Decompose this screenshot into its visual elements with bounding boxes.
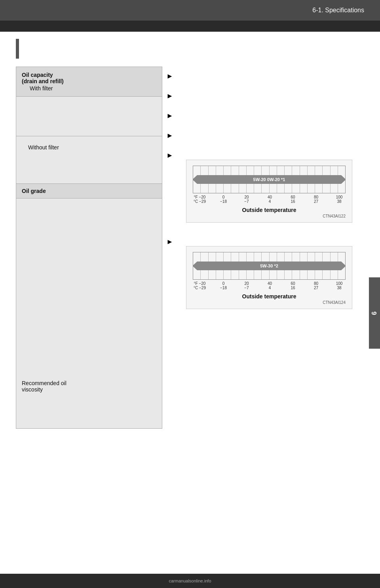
axis-c: 4 [269, 286, 271, 290]
axis-c: 27 [314, 286, 318, 290]
bottom-bar: carmanualsonline.info [0, 574, 380, 588]
header-title: 6-1. Specifications [312, 7, 364, 14]
axis-col: 20 −7 [241, 281, 252, 290]
chart-2: 5W-30 *2 °F −20 °C −29 0 −18 [186, 246, 352, 309]
chart-2-ref: CTN43AI124 [193, 300, 346, 305]
axis-col: 0 −18 [218, 195, 229, 204]
header-bar: 6-1. Specifications [0, 0, 380, 21]
oil-capacity-header: Oil capacity (drain and refill) With fil… [16, 67, 162, 97]
axis-c: −18 [220, 199, 227, 204]
axis-c: °C −29 [194, 286, 206, 290]
axis-c: 27 [314, 199, 318, 204]
axis-c: −7 [244, 286, 249, 290]
right-text-3 [177, 106, 364, 112]
axis-c: 16 [291, 286, 295, 290]
chart-2-grid: 5W-30 *2 [193, 252, 346, 280]
right-row-6: ► [166, 232, 364, 319]
oil-capacity-label2: (drain and refill) [22, 78, 156, 84]
axis-f: 100 [336, 195, 343, 199]
arrow-icon-6: ► [166, 232, 177, 246]
oil-capacity-label1: Oil capacity [22, 72, 156, 78]
bottom-bar-text: carmanualsonline.info [169, 578, 211, 583]
arrow-icon-2: ► [166, 86, 177, 100]
axis-col: 80 27 [310, 195, 321, 204]
chart-1-arrow-bar: 5W-20 0W-20 *1 [197, 175, 341, 184]
axis-f: 60 [291, 195, 295, 199]
axis-col: 20 −7 [241, 195, 252, 204]
axis-f: 0 [222, 281, 225, 286]
oil-grade-label: Oil grade [22, 188, 46, 194]
chart-1-grid: 5W-20 0W-20 *1 [193, 166, 346, 193]
axis-c: 4 [269, 199, 271, 204]
chart-2-axis: °F −20 °C −29 0 −18 20 −7 [193, 281, 346, 290]
chart-1: 5W-20 0W-20 *1 °F −20 °C −29 0 −18 [186, 160, 352, 223]
axis-c: 38 [337, 199, 341, 204]
chart-2-arrow-bar: 5W-30 *2 [197, 262, 341, 270]
right-row-4: ► [166, 126, 364, 146]
main-content: Oil capacity (drain and refill) With fil… [0, 59, 380, 437]
axis-col: 0 −18 [218, 281, 229, 290]
right-row-3: ► [166, 106, 364, 126]
sidebar-number: 6 [371, 311, 378, 315]
without-filter-area: Without filter [16, 136, 162, 184]
chart-2-bar-label: 5W-30 *2 [260, 263, 278, 268]
axis-col: 60 16 [287, 281, 298, 290]
right-text-6 [177, 232, 352, 238]
chart-1-ref: CTN43AI122 [193, 214, 346, 218]
oil-grade-row: Oil grade [16, 184, 162, 199]
right-row-2: ► [166, 86, 364, 106]
left-table: Oil capacity (drain and refill) With fil… [16, 67, 162, 429]
axis-c: °C −29 [194, 199, 206, 204]
right-content: ► ► ► ► ► [162, 67, 364, 429]
chart-1-wrapper: 5W-20 0W-20 *1 °F −20 °C −29 0 −18 [178, 160, 352, 227]
axis-f: 100 [336, 281, 343, 286]
axis-f: 40 [268, 195, 272, 199]
chart-1-bar-label: 5W-20 0W-20 *1 [253, 177, 285, 182]
axis-c: −7 [244, 199, 249, 204]
axis-f: 0 [222, 195, 225, 199]
right-text-2 [177, 86, 364, 92]
with-filter-area [16, 97, 162, 136]
arrow-icon-4: ► [166, 126, 177, 140]
right-row-5: ► [166, 146, 364, 232]
axis-f: 80 [314, 281, 318, 286]
section-marker [16, 39, 19, 59]
axis-f: 20 [244, 281, 249, 286]
axis-f: 80 [314, 195, 318, 199]
axis-f: °F −20 [194, 281, 206, 286]
sidebar-tab: 6 [369, 277, 380, 349]
axis-f: 20 [244, 195, 249, 199]
viscosity-area: Recommended oil viscosity [16, 199, 162, 428]
chart-2-footer: Outside temperature [193, 293, 346, 300]
right-text-5 [177, 146, 352, 151]
axis-c: −18 [220, 286, 227, 290]
right-text-1 [177, 67, 364, 72]
axis-col: °F −20 °C −29 [194, 195, 206, 204]
axis-col: 80 27 [310, 281, 321, 290]
axis-col: 100 38 [334, 195, 345, 204]
without-filter-label: Without filter [28, 144, 59, 151]
axis-col: 40 4 [264, 195, 275, 204]
axis-col: 60 16 [287, 195, 298, 204]
section-divider [0, 21, 380, 32]
chart-2-wrapper: 5W-30 *2 °F −20 °C −29 0 −18 [178, 246, 352, 313]
axis-c: 38 [337, 286, 341, 290]
right-row-1: ► [166, 67, 364, 86]
axis-c: 16 [291, 199, 295, 204]
axis-col: °F −20 °C −29 [194, 281, 206, 290]
chart-1-axis: °F −20 °C −29 0 −18 20 −7 [193, 195, 346, 204]
arrow-icon-3: ► [166, 106, 177, 120]
axis-col: 40 4 [264, 281, 275, 290]
recommended-oil-label: Recommended oil viscosity [22, 380, 66, 393]
axis-f: 40 [268, 281, 272, 286]
axis-f: °F −20 [194, 195, 206, 199]
right-text-4 [177, 126, 364, 132]
with-filter-label: With filter [22, 84, 156, 92]
arrow-icon-5: ► [166, 146, 177, 160]
section-header [0, 32, 380, 59]
axis-f: 60 [291, 281, 295, 286]
axis-col: 100 38 [334, 281, 345, 290]
chart-1-footer: Outside temperature [193, 207, 346, 213]
arrow-icon-1: ► [166, 67, 177, 80]
